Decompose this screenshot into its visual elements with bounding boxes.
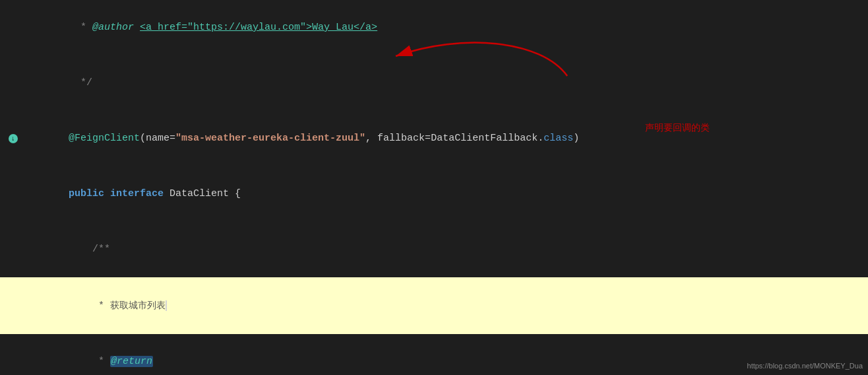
gutter-icon-3[interactable]: ↓ [9, 134, 18, 143]
code-content-5: /** [26, 222, 868, 277]
code-line-return: * @return [0, 334, 868, 375]
code-line-interface: public interface DataClient { [0, 166, 868, 222]
code-line-chinese-comment-1: * 获取城市列表 [0, 277, 868, 334]
code-content-7: * @return [26, 334, 868, 375]
gutter-3: ↓ [0, 134, 26, 143]
code-line-author: * @author <a href="https://waylau.com">W… [0, 0, 868, 55]
code-content-1: * @author <a href="https://waylau.com">W… [26, 0, 868, 55]
watermark: https://blog.csdn.net/MONKEY_Dua [747, 362, 863, 370]
code-content-4: public interface DataClient { [26, 166, 868, 222]
annotation-label: 声明要回调的类 [645, 122, 710, 134]
code-editor: * @author <a href="https://waylau.com">W… [0, 0, 868, 375]
code-line-comment-end-1: */ [0, 55, 868, 111]
code-content-3: @FeignClient(name="msa-weather-eureka-cl… [26, 111, 868, 166]
code-content-6: * 获取城市列表 [26, 277, 868, 334]
code-line-javadoc-start-1: /** [0, 222, 868, 277]
code-content-2: */ [26, 55, 868, 111]
code-line-feignclient: ↓ @FeignClient(name="msa-weather-eureka-… [0, 111, 868, 166]
